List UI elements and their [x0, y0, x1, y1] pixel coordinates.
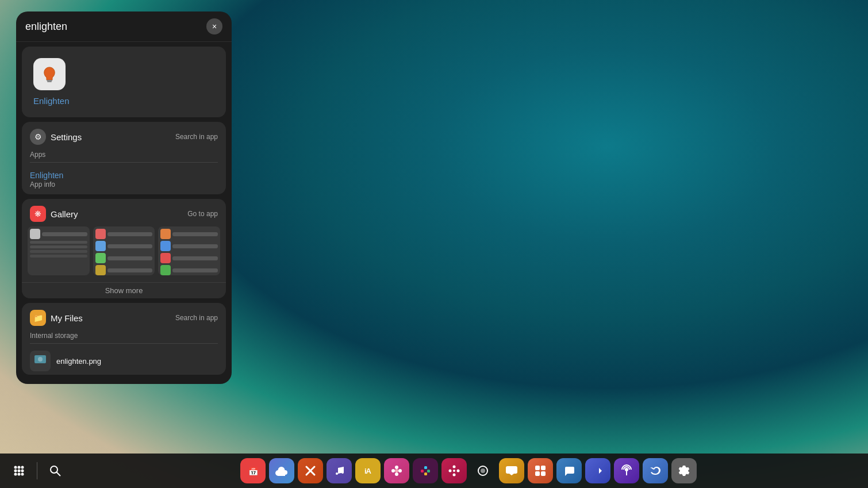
myfiles-result-card[interactable]: 📁 My Files Search in app Internal storag…: [22, 303, 226, 375]
taskbar-x-app[interactable]: [298, 458, 323, 483]
gallery-card-header: ❋ Gallery Go to app: [22, 199, 226, 226]
svg-rect-41: [541, 466, 546, 470]
gallery-label: Gallery: [51, 209, 78, 219]
taskbar-apps: 📅 iA: [75, 458, 861, 483]
settings-result-card[interactable]: ⚙ Settings Search in app Apps Enlighten …: [22, 122, 226, 194]
myfiles-card-header: 📁 My Files Search in app: [22, 303, 226, 331]
taskbar-messages[interactable]: [499, 458, 524, 483]
gallery-thumbnails: [22, 226, 226, 281]
svg-point-44: [625, 468, 628, 471]
taskbar-flower-app[interactable]: [384, 458, 409, 483]
search-close-button[interactable]: ×: [206, 18, 222, 34]
taskbar-slack[interactable]: [413, 458, 438, 483]
gallery-card-title: ❋ Gallery: [30, 206, 78, 222]
svg-rect-42: [535, 471, 540, 476]
svg-point-34: [452, 474, 455, 477]
svg-point-15: [51, 466, 57, 473]
svg-rect-29: [424, 466, 427, 469]
taskbar-search-button[interactable]: [43, 459, 67, 483]
taskbar-left: [7, 459, 67, 483]
taskbar-settings-gear[interactable]: [671, 458, 697, 483]
search-input[interactable]: [25, 21, 201, 33]
myfiles-action: Search in app: [175, 314, 218, 322]
settings-section-label: Apps: [22, 149, 226, 162]
svg-point-5: [38, 357, 43, 362]
myfiles-card-title: 📁 My Files: [30, 310, 83, 326]
apps-grid-button[interactable]: [7, 459, 31, 483]
gallery-thumb-1: [28, 226, 90, 275]
gallery-thumb-2: [93, 226, 155, 275]
svg-point-7: [18, 466, 21, 469]
svg-point-22: [341, 471, 344, 474]
settings-result-item[interactable]: Enlighten App info: [22, 166, 226, 194]
svg-point-14: [21, 473, 24, 476]
svg-rect-1: [47, 80, 52, 81]
myfiles-icon: 📁: [30, 310, 46, 326]
svg-point-10: [18, 470, 21, 472]
svg-rect-30: [427, 470, 430, 472]
taskbar-ia-writer[interactable]: iA: [355, 458, 381, 483]
myfiles-divider: [30, 343, 218, 344]
svg-point-9: [14, 470, 17, 472]
svg-rect-2: [47, 81, 52, 82]
settings-card-header: ⚙ Settings Search in app: [22, 122, 226, 149]
enlighten-app-card[interactable]: Enlighten: [22, 47, 226, 117]
svg-point-21: [336, 472, 338, 475]
taskbar-bird-app[interactable]: [643, 458, 668, 483]
taskbar-fantastical[interactable]: 📅: [240, 458, 266, 483]
taskbar: 📅 iA: [0, 454, 868, 488]
settings-result-name: Enlighten: [30, 171, 218, 180]
svg-point-25: [391, 469, 395, 472]
settings-divider: [30, 162, 218, 163]
taskbar-beeper[interactable]: [556, 458, 582, 483]
svg-text:📅: 📅: [248, 467, 258, 477]
svg-point-24: [395, 472, 398, 476]
settings-result-sub: App info: [30, 180, 218, 189]
myfiles-label: My Files: [51, 313, 83, 323]
taskbar-mosaic[interactable]: [528, 458, 553, 483]
taskbar-cloud[interactable]: [269, 458, 294, 483]
svg-rect-40: [535, 466, 540, 470]
settings-label: Settings: [51, 132, 82, 142]
settings-icon: ⚙: [30, 129, 46, 145]
taskbar-scatter[interactable]: [441, 458, 467, 483]
gallery-icon: ❋: [30, 206, 46, 222]
svg-point-38: [481, 468, 485, 473]
svg-rect-28: [421, 470, 424, 472]
svg-point-13: [18, 473, 21, 476]
svg-point-27: [395, 469, 398, 472]
svg-point-32: [452, 466, 455, 468]
taskbar-divider: [37, 462, 37, 479]
taskbar-arrow-app[interactable]: [585, 458, 610, 483]
gallery-action: Go to app: [187, 210, 218, 218]
svg-point-8: [21, 466, 24, 469]
enlighten-app-label: Enlighten: [33, 96, 70, 106]
settings-action: Search in app: [175, 133, 218, 141]
taskbar-podcast[interactable]: [614, 458, 639, 483]
myfiles-file-item[interactable]: enlighten.png: [22, 347, 226, 375]
taskbar-mercury[interactable]: [470, 458, 496, 483]
enlighten-app-icon: [33, 58, 66, 90]
svg-point-6: [14, 466, 17, 469]
search-panel: × Enlighten ⚙ Settings Search in app App…: [16, 11, 232, 384]
myfiles-section-label: Internal storage: [22, 331, 226, 343]
search-bar: ×: [16, 11, 232, 42]
svg-point-33: [456, 470, 459, 472]
file-thumbnail-icon: [30, 351, 51, 371]
svg-point-23: [395, 466, 398, 469]
taskbar-music[interactable]: [327, 458, 352, 483]
svg-rect-31: [424, 472, 427, 475]
svg-point-12: [14, 473, 17, 476]
svg-point-26: [398, 469, 402, 472]
gallery-result-card[interactable]: ❋ Gallery Go to app: [22, 199, 226, 298]
svg-point-11: [21, 470, 24, 472]
gallery-thumb-3: [158, 226, 220, 275]
svg-line-16: [57, 472, 61, 477]
svg-rect-43: [541, 471, 546, 476]
svg-rect-39: [506, 466, 517, 474]
file-name: enlighten.png: [56, 356, 101, 366]
svg-point-36: [453, 470, 455, 472]
svg-point-35: [448, 470, 451, 472]
settings-card-title: ⚙ Settings: [30, 129, 82, 145]
gallery-show-more[interactable]: Show more: [22, 282, 226, 298]
